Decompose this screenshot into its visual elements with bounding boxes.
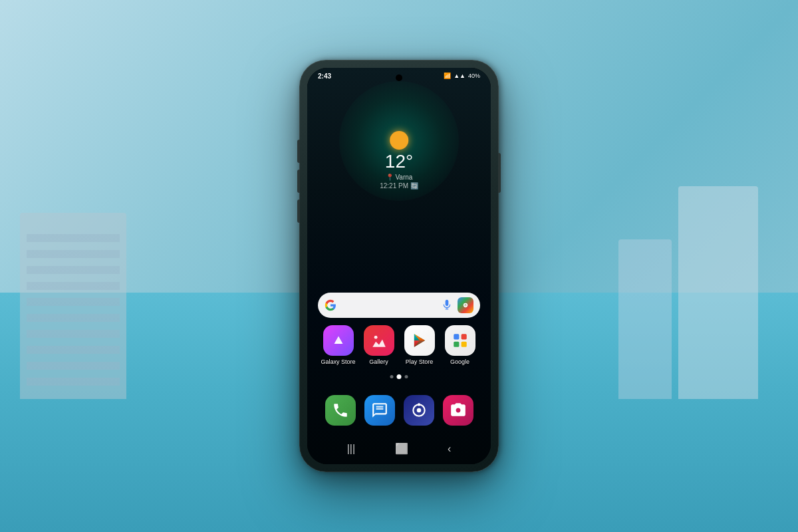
dock [307,395,491,426]
app-google[interactable]: Google [442,325,479,366]
play-store-label: Play Store [406,358,434,366]
svg-rect-5 [335,342,342,344]
recent-apps-button[interactable]: ||| [342,440,360,458]
dot-2-active [397,374,402,379]
volume-down-button [297,170,300,193]
svg-rect-9 [454,342,459,347]
home-button[interactable]: ⬜ [390,440,414,458]
weather-location: 📍 Varna [380,174,418,181]
bixby-button [297,200,300,223]
galaxy-store-label: Galaxy Store [321,358,355,366]
svg-point-6 [374,336,377,339]
svg-rect-10 [461,342,466,347]
signal-icon: ▲▲ [454,72,466,79]
building-right2 [618,239,672,399]
back-button[interactable]: ‹ [442,440,456,458]
google-app-icon [445,325,475,356]
app-grid: Galaxy Store Gallery [307,325,491,371]
gallery-label: Gallery [369,358,388,366]
phone-screen: 2:43 📶 ▲▲ 40% 12° 📍 Varna 12:21 PM 🔄 [307,68,491,464]
google-search-bar[interactable] [318,293,480,318]
camera-hole [396,74,402,81]
svg-rect-0 [446,300,449,306]
nav-bar: ||| ⬜ ‹ [307,440,491,458]
google-lens-icon[interactable] [458,297,473,313]
app-galaxy-store[interactable]: Galaxy Store [320,325,357,366]
dock-phone[interactable] [325,395,356,426]
weather-widget: 12° 📍 Varna 12:21 PM 🔄 [380,131,418,190]
dock-messages-icon [364,395,395,426]
app-play-store[interactable]: Play Store [401,325,438,366]
galaxy-store-icon [323,325,354,356]
dock-samsung[interactable] [404,395,434,426]
building-right [678,186,758,399]
mic-icon[interactable] [442,300,452,311]
status-time: 2:43 [318,72,331,80]
dock-camera[interactable] [443,395,473,426]
dock-messages[interactable] [364,395,395,426]
play-store-icon [404,325,435,356]
svg-point-13 [417,403,420,406]
svg-point-4 [465,305,466,306]
power-button [498,153,501,193]
page-dots [390,374,408,379]
google-g-icon [325,299,336,311]
volume-up-button [297,140,300,163]
status-icons: 📶 ▲▲ 40% [444,72,480,79]
dock-camera-icon [443,395,473,426]
screen-content: 2:43 📶 ▲▲ 40% 12° 📍 Varna 12:21 PM 🔄 [307,68,491,464]
wifi-icon: 📶 [444,72,451,79]
app-row-1: Galaxy Store Gallery [318,325,480,366]
battery-text: 40% [468,72,480,79]
app-gallery[interactable]: Gallery [360,325,398,366]
phone-body: 2:43 📶 ▲▲ 40% 12° 📍 Varna 12:21 PM 🔄 [299,60,499,472]
dot-1 [390,375,394,378]
phone-wrapper: 2:43 📶 ▲▲ 40% 12° 📍 Varna 12:21 PM 🔄 [299,60,499,472]
svg-point-12 [416,408,421,413]
svg-rect-7 [454,334,459,339]
weather-time: 12:21 PM 🔄 [380,182,418,190]
gallery-icon [364,325,394,356]
building-left [20,213,126,399]
google-label: Google [450,358,469,366]
temperature: 12° [380,152,418,171]
dock-phone-icon [325,395,356,426]
sun-icon [390,131,408,150]
dot-3 [405,375,408,378]
dock-samsung-icon [404,395,434,426]
svg-rect-8 [461,334,466,339]
